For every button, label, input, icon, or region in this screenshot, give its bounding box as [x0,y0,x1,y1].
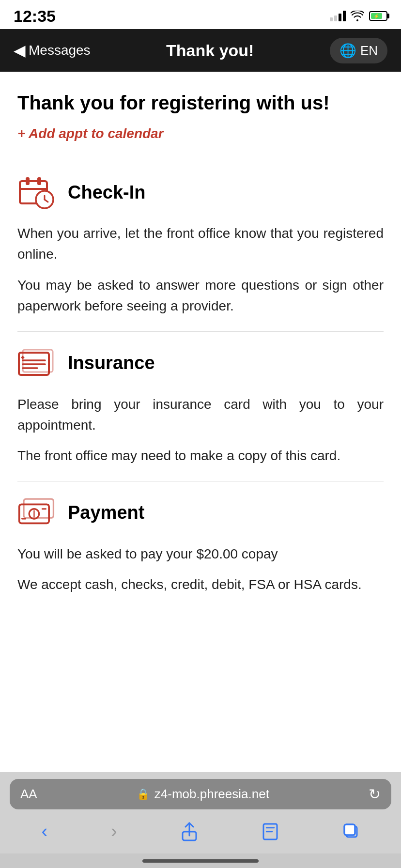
payment-title: Payment [68,502,144,523]
add-calendar-link[interactable]: + Add appt to calendar [17,126,384,141]
svg-rect-2 [37,177,41,185]
text-size-button[interactable]: AA [20,787,37,802]
home-indicator [0,853,401,868]
language-button[interactable]: 🌐 EN [330,38,387,63]
nav-title: Thank you! [166,41,254,60]
section-payment-header: Payment [17,496,384,530]
checkin-icon [17,175,56,209]
checkin-title: Check-In [68,182,145,203]
svg-rect-23 [344,824,355,835]
section-payment: Payment You will be asked to pay your $2… [17,481,384,610]
browser-bar: AA 🔒 z4-mob.phreesia.net ↻ ‹ › [0,772,401,853]
insurance-title: Insurance [68,353,155,373]
checkin-text-2: You may be asked to answer more question… [17,275,384,317]
section-checkin-header: Check-In [17,175,384,209]
insurance-text-1: Please bring your insurance card with yo… [17,394,384,436]
status-bar: 12:35 ⚡ [0,0,401,29]
payment-icon [17,496,56,530]
home-bar [142,859,259,863]
language-label: EN [360,43,378,58]
url-address[interactable]: z4-mob.phreesia.net [154,787,269,802]
checkin-text-1: When you arrive, let the front office kn… [17,223,384,265]
url-bar-left: AA [20,787,37,802]
payment-text-2: We accept cash, checks, credit, debit, F… [17,574,384,595]
insurance-text-2: The front office may need to make a copy… [17,445,384,466]
url-bar[interactable]: AA 🔒 z4-mob.phreesia.net ↻ [10,779,391,809]
main-content: Thank you for registering with us! + Add… [0,72,401,772]
status-icons: ⚡ [330,11,387,21]
nav-bar: ◀ Messages Thank you! 🌐 EN [0,29,401,72]
bookmarks-button[interactable] [255,820,286,843]
signal-icon [330,11,346,21]
refresh-icon[interactable]: ↻ [369,786,381,803]
svg-rect-1 [26,177,30,185]
back-button[interactable]: ◀ Messages [14,41,91,60]
back-label: Messages [29,43,91,58]
browser-nav: ‹ › [10,816,391,849]
insurance-icon [17,346,56,380]
battery-icon: ⚡ [369,11,387,21]
share-button[interactable] [174,820,205,843]
back-arrow-icon: ◀ [14,41,26,60]
back-button[interactable]: ‹ [34,819,54,844]
page-heading: Thank you for registering with us! [17,91,384,114]
status-time: 12:35 [14,7,56,26]
wifi-icon [351,11,364,21]
section-insurance: Insurance Please bring your insurance ca… [17,331,384,481]
section-checkin: Check-In When you arrive, let the front … [17,161,384,331]
forward-button[interactable]: › [104,819,124,844]
section-insurance-header: Insurance [17,346,384,380]
payment-text-1: You will be asked to pay your $20.00 cop… [17,543,384,564]
lock-icon: 🔒 [137,788,150,801]
tabs-button[interactable] [336,821,367,843]
globe-icon: 🌐 [339,43,356,59]
